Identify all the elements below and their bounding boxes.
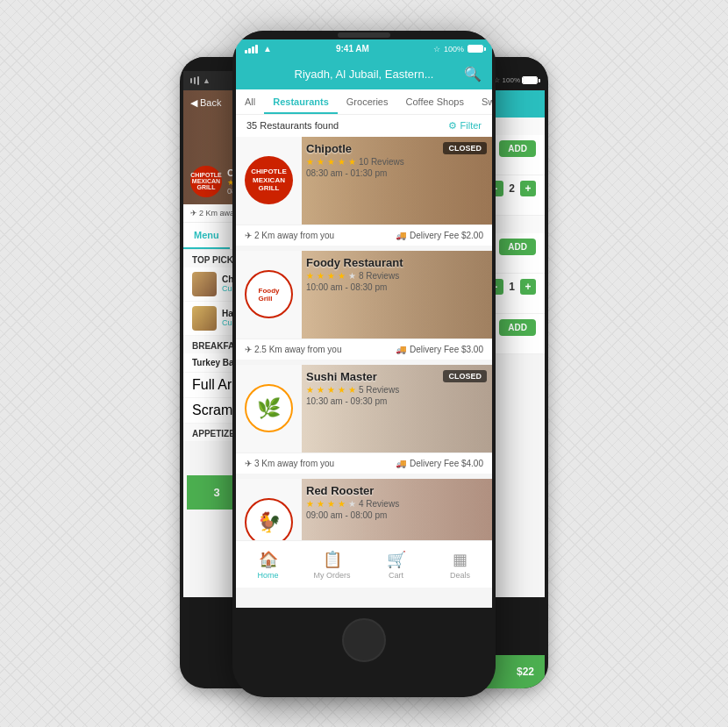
home-icon: 🏠 (259, 550, 278, 569)
nav-deals-label: Deals (450, 571, 470, 580)
basket-count: 3 (214, 486, 220, 499)
status-bar-left: ▲ (245, 44, 272, 53)
sushi-distance: ✈ 3 Km away from you (245, 459, 334, 468)
cart-icon: 🛒 (387, 550, 406, 569)
card-image-rooster: 🐓 Red Rooster ★★★★★ 4 Reviews 09:00 am -… (236, 479, 492, 540)
category-tabs: All Restaurants Groceries Coffee Shops S… (236, 89, 492, 115)
back-button[interactable]: ◀ Back (190, 97, 221, 109)
foody-name: Foody Restaurant (306, 256, 487, 269)
foody-distance: ✈ 2.5 Km away from you (245, 345, 341, 354)
qty-plus-button-2[interactable]: + (520, 279, 536, 295)
status-time: 9:41 AM (336, 44, 369, 53)
filter-row: 35 Restaurants found ⚙ Filter (236, 115, 492, 137)
nav-deals[interactable]: ▦ Deals (428, 546, 492, 584)
chipotle-status: CLOSED (443, 142, 487, 154)
tab-coffee-shops[interactable]: Coffee Shops (397, 89, 473, 114)
filter-icon: ⚙ (448, 120, 457, 132)
nav-cart[interactable]: 🛒 Cart (364, 546, 428, 584)
location-icon: ✈ (245, 231, 252, 240)
sushi-footer: ✈ 3 Km away from you 🚚 Delivery Fee $4.0… (236, 453, 492, 474)
location-icon-sushi: ✈ (245, 459, 252, 468)
status-bar: ▲ 9:41 AM ☆ 100% (236, 39, 492, 59)
qty-num-2: 1 (509, 281, 515, 293)
foody-delivery: 🚚 Delivery Fee $3.00 (396, 345, 483, 354)
card-image-chipotle: CHIPOTLEMEXICANGRILL Chipotle ★★★★★ 10 R… (236, 137, 492, 225)
chipotle-delivery: 🚚 Delivery Fee $2.00 (396, 231, 483, 240)
restaurant-card-chipotle[interactable]: CHIPOTLEMEXICANGRILL Chipotle ★★★★★ 10 R… (236, 137, 492, 246)
sushi-hours: 10:30 am - 09:30 pm (306, 396, 487, 406)
app-header: Riyadh, Al Jubail, Eastern... 🔍 (236, 59, 492, 89)
restaurant-card-rooster[interactable]: 🐓 Red Rooster ★★★★★ 4 Reviews 09:00 am -… (236, 479, 492, 540)
chipotle-rating: ★★★★★ 10 Reviews (306, 157, 487, 167)
filter-button[interactable]: ⚙ Filter (448, 120, 482, 132)
tab-groceries[interactable]: Groceries (338, 89, 397, 114)
chipotle-logo: CHIPOTLEMEXICANGRILL (236, 137, 302, 225)
foody-info: Foody Restaurant ★★★★★ 8 Reviews 10:00 a… (306, 256, 487, 292)
center-screen: ▲ 9:41 AM ☆ 100% Riyadh, Al Jubail, East… (236, 39, 492, 608)
rooster-rating: ★★★★★ 4 Reviews (306, 499, 487, 509)
center-phone: ▲ 9:41 AM ☆ 100% Riyadh, Al Jubail, East… (232, 31, 496, 697)
chipotle-distance: ✈ 2 Km away from you (245, 231, 334, 240)
tab-all[interactable]: All (236, 89, 264, 114)
foody-hours: 10:00 am - 08:30 pm (306, 282, 487, 292)
wifi-icon: ▲ (263, 44, 272, 53)
app-title: Riyadh, Al Jubail, Eastern... (264, 68, 464, 81)
battery-percent: 100% (444, 45, 464, 53)
restaurant-card-sushi[interactable]: 🌿 Sushi Master ★★★★★ 5 Reviews 10:30 am … (236, 365, 492, 474)
nav-home-label: Home (257, 571, 278, 580)
delivery-truck-icon: 🚚 (396, 231, 406, 240)
rooster-name: Red Rooster (306, 484, 487, 497)
sushi-delivery: 🚚 Delivery Fee $4.00 (396, 459, 483, 468)
add-big-rush-button[interactable]: ADD (499, 140, 536, 157)
qty-plus-button-1[interactable]: + (520, 181, 536, 196)
deals-icon: ▦ (453, 550, 467, 569)
tab-restaurants[interactable]: Restaurants (264, 89, 338, 114)
status-bar-right: ☆ 100% (433, 45, 483, 53)
truck-icon-foody: 🚚 (396, 345, 406, 354)
foody-logo: FoodyGrill (236, 251, 302, 339)
nav-orders-label: My Orders (313, 571, 350, 580)
tab-swe[interactable]: Swe (473, 89, 492, 114)
rooster-info: Red Rooster ★★★★★ 4 Reviews 09:00 am - 0… (306, 484, 487, 520)
restaurant-logo-small: CHIPOTLEMEXICAN GRILL (190, 166, 222, 197)
sushi-logo: 🌿 (236, 365, 302, 453)
results-count: 35 Restaurants found (246, 120, 339, 131)
card-image-sushi: 🌿 Sushi Master ★★★★★ 5 Reviews 10:30 am … (236, 365, 492, 453)
tab-menu[interactable]: Menu (183, 223, 230, 249)
truck-icon-sushi: 🚚 (396, 459, 406, 468)
card-image-foody: FoodyGrill Foody Restaurant ★★★★★ 8 Revi… (236, 251, 492, 339)
sushi-status: CLOSED (443, 370, 487, 382)
location-icon-foody: ✈ (245, 345, 252, 354)
foody-rating: ★★★★★ 8 Reviews (306, 271, 487, 281)
bottom-nav: 🏠 Home 📋 My Orders 🛒 Cart ▦ Deals (236, 540, 492, 588)
bluetooth-icon: ☆ (433, 45, 440, 53)
rooster-hours: 09:00 am - 08:00 pm (306, 510, 487, 520)
foody-footer: ✈ 2.5 Km away from you 🚚 Delivery Fee $3… (236, 339, 492, 360)
restaurant-card-foody[interactable]: FoodyGrill Foody Restaurant ★★★★★ 8 Revi… (236, 251, 492, 360)
search-icon[interactable]: 🔍 (464, 66, 482, 82)
nav-cart-label: Cart (389, 571, 403, 580)
restaurant-cards-list: CHIPOTLEMEXICANGRILL Chipotle ★★★★★ 10 R… (236, 137, 492, 540)
nav-home[interactable]: 🏠 Home (236, 546, 300, 584)
add-chilli-button[interactable]: ADD (499, 239, 536, 255)
sushi-rating: ★★★★★ 5 Reviews (306, 385, 487, 395)
qty-num-1: 2 (509, 182, 515, 195)
nav-orders[interactable]: 📋 My Orders (300, 546, 364, 584)
orders-icon: 📋 (323, 550, 342, 569)
add-medium-rush-button[interactable]: ADD (499, 319, 536, 336)
chipotle-footer: ✈ 2 Km away from you 🚚 Delivery Fee $2.0… (236, 225, 492, 246)
chipotle-hours: 08:30 am - 01:30 pm (306, 168, 487, 178)
rooster-logo: 🐓 (236, 479, 302, 540)
